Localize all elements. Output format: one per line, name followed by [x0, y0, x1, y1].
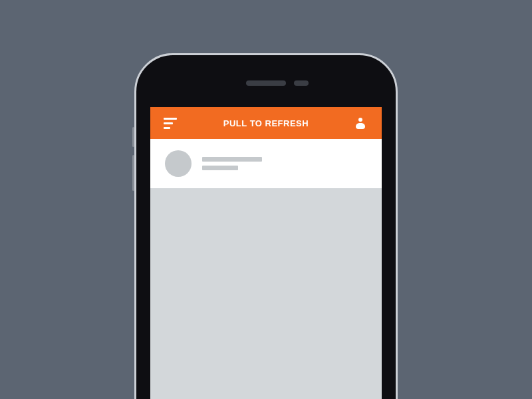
phone-side-button [132, 127, 134, 147]
feed-card[interactable] [150, 139, 382, 188]
phone-frame: PULL TO REFRESH [134, 53, 398, 399]
text-placeholder [202, 157, 262, 170]
app-header: PULL TO REFRESH [150, 107, 382, 139]
placeholder-line [202, 166, 238, 170]
profile-button[interactable] [352, 115, 368, 131]
app-screen[interactable]: PULL TO REFRESH [150, 107, 382, 399]
avatar-placeholder [165, 150, 192, 177]
placeholder-line [202, 157, 262, 162]
profile-icon [356, 123, 365, 129]
menu-icon [164, 122, 173, 124]
phone-side-button [132, 155, 134, 191]
phone-speaker [246, 80, 286, 86]
content-placeholder[interactable] [150, 194, 382, 399]
phone-sensor [294, 80, 309, 86]
profile-icon [358, 118, 362, 122]
header-title: PULL TO REFRESH [223, 118, 309, 128]
menu-icon [164, 127, 170, 129]
menu-icon [164, 118, 177, 120]
menu-button[interactable] [164, 115, 180, 131]
